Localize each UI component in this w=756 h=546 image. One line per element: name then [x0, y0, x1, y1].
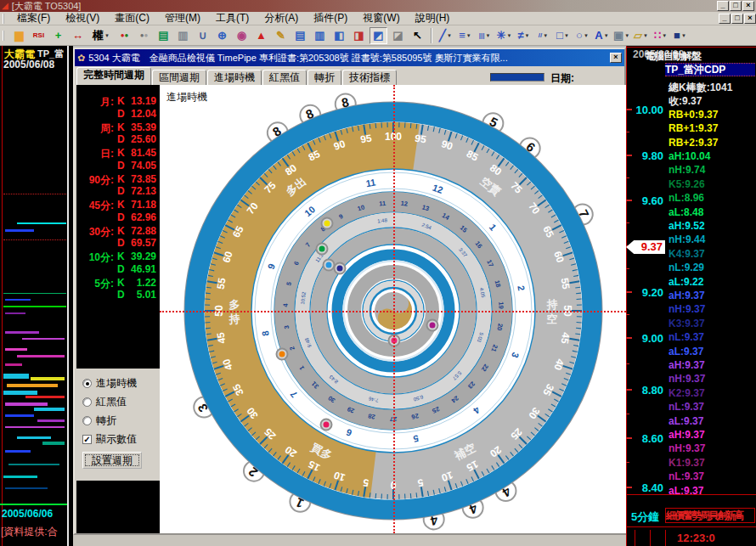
colors-tool[interactable]: ∷▼ — [652, 27, 669, 44]
radio-3[interactable] — [82, 416, 92, 425]
tab-2[interactable]: 區間週期 — [152, 70, 206, 85]
green-session-line — [0, 504, 67, 505]
child-restore-button[interactable]: □ — [731, 14, 743, 24]
kd-row: 45分:K71.18 — [76, 199, 160, 211]
child-close-button[interactable]: × — [610, 53, 622, 63]
kd-letter: K — [117, 173, 125, 185]
checkbox-row[interactable]: ✓顯示數值 — [82, 430, 160, 448]
set-period-button[interactable]: 設置週期 — [82, 452, 142, 469]
cursor-icon[interactable]: ↖ — [409, 27, 426, 44]
child-minimize-button[interactable]: _ — [719, 14, 731, 24]
app-restore-button[interactable]: □ — [730, 1, 742, 11]
rights-button[interactable]: 權▼ — [88, 27, 114, 44]
app-minimize-button[interactable]: _ — [717, 1, 729, 11]
divider-line — [626, 494, 756, 495]
application-window: ◢ [大霸電 TO5304] _□× 檔案(F)檢視(V)畫面(C)管理(M)工… — [0, 0, 756, 546]
axis-tick — [626, 389, 632, 391]
save-tool[interactable]: ■▼ — [671, 27, 689, 44]
svg-text:11: 11 — [379, 200, 386, 208]
kd-value: 62.96 — [131, 211, 156, 223]
pan-icon[interactable]: + — [49, 27, 67, 44]
toolbar: ▆RSI+↔權▼●●●●▤▥∪⊕◉▲✎▤▥◧◨◩◪↖ ╱▼≡▼|||▼✳▼≠▼/… — [0, 25, 756, 46]
tab-1[interactable]: 完整時間週期 — [76, 67, 151, 85]
tab-5[interactable]: 轉折 — [307, 70, 341, 85]
kd-row: 周:K35.39 — [76, 121, 160, 133]
kd-row: D72.13 — [76, 185, 160, 197]
report-icon[interactable]: ▤ — [155, 27, 172, 44]
axis-minor-tick — [626, 222, 629, 223]
cdp-row: 收:9.37 — [669, 94, 702, 109]
line-tool[interactable]: ╱▼ — [437, 27, 454, 44]
child-title-bar[interactable]: ✿ 5304 大霸電 金融商品檢視儀 TimePipe 專利證書:第205308… — [75, 49, 624, 66]
selected-strategy[interactable]: TP_當沖CDP — [665, 63, 755, 76]
child-close-button[interactable]: × — [744, 14, 756, 24]
menu-3[interactable]: 畫面(C) — [107, 11, 157, 25]
hscale-icon[interactable]: ↔ — [69, 27, 87, 44]
hsplit-icon[interactable]: ▤ — [291, 27, 309, 44]
data-provider-label: [資料提供:合 — [1, 525, 58, 539]
chartwin2-icon[interactable]: ◨ — [350, 27, 368, 44]
kd-value: 73.85 — [131, 173, 156, 185]
svg-text:12: 12 — [400, 200, 408, 208]
vsplit-icon[interactable]: ▥ — [311, 27, 329, 44]
chartwin3-icon[interactable]: ◩ — [370, 27, 387, 44]
strip-scroll-line[interactable] — [67, 46, 69, 546]
kd-row: 30分:K72.88 — [76, 225, 160, 237]
vlines-tool[interactable]: |||▼ — [476, 27, 494, 44]
kd-value: 72.13 — [131, 185, 156, 197]
kd-value: 74.05 — [131, 160, 156, 172]
search-icon[interactable]: ⊕ — [213, 27, 231, 44]
bottom-strip — [73, 535, 626, 546]
copy-tool[interactable]: ▣▼ — [612, 27, 630, 44]
axis-tick — [626, 109, 632, 110]
dial-mode-label: 進場時機 — [166, 90, 207, 104]
palette-icon[interactable]: ◉ — [233, 27, 251, 44]
menu-2[interactable]: 檢視(V) — [58, 11, 107, 25]
menu-7[interactable]: 插件(P) — [306, 11, 355, 25]
quote-strip-panel: 大霸電 TP_當 2005/06/08 2005/06/06 [資料提供:合 — [0, 46, 73, 546]
menu-8[interactable]: 視窗(W) — [355, 11, 407, 25]
kd-row: 10分:K39.29 — [76, 250, 160, 262]
book-icon[interactable]: ∪ — [194, 27, 212, 44]
menu-9[interactable]: 說明(H) — [408, 11, 458, 25]
menu-6[interactable]: 分析(A) — [257, 11, 306, 25]
radio-2[interactable] — [82, 397, 92, 407]
tab-4[interactable]: 紅黑值 — [262, 70, 307, 85]
channel-tool[interactable]: ≠▼ — [515, 27, 533, 44]
tab-6[interactable]: 技術指標 — [342, 70, 397, 85]
lights-icon[interactable]: ●● — [116, 27, 133, 44]
hlines-tool[interactable]: ≡▼ — [456, 27, 474, 44]
radio-row-3[interactable]: 轉折 — [82, 411, 160, 430]
rect-tool[interactable]: □▼ — [554, 27, 572, 44]
menu-5[interactable]: 工具(T) — [208, 11, 257, 25]
parallel-tool[interactable]: //▼ — [534, 27, 552, 44]
text-tool[interactable]: A▼ — [593, 27, 611, 44]
tab-3[interactable]: 進場時機 — [207, 70, 262, 85]
books-icon[interactable]: ▥ — [174, 27, 192, 44]
kd-letter: D — [117, 237, 125, 249]
app-close-button[interactable]: × — [742, 1, 754, 11]
status-sep1 — [635, 530, 635, 546]
show-values-checkbox[interactable]: ✓ — [82, 435, 92, 444]
radio-row-1[interactable]: 進場時機 — [82, 374, 160, 392]
fan-tool[interactable]: ✳▼ — [495, 27, 513, 44]
open-icon[interactable]: ▆ — [10, 27, 28, 44]
radio-1[interactable] — [82, 379, 92, 388]
ellipse-tool[interactable]: ○▼ — [573, 27, 591, 44]
brush-icon[interactable]: ✎ — [272, 27, 290, 44]
cdp-row: aH:9.37 — [669, 359, 705, 371]
kd-letter: D — [117, 263, 125, 275]
cdp-row: K4:9.37 — [669, 248, 705, 260]
chartwin1-icon[interactable]: ◧ — [330, 27, 348, 44]
menu-4[interactable]: 管理(M) — [157, 11, 208, 25]
radio-row-2[interactable]: 紅黑值 — [82, 392, 160, 411]
eraser-tool[interactable]: ▱▼ — [632, 27, 650, 44]
chartwin4-icon[interactable]: ◪ — [389, 27, 407, 44]
pair-icon[interactable]: ●● — [135, 27, 153, 44]
rsi-icon[interactable]: RSI — [30, 27, 48, 44]
alarm-icon[interactable]: ▲ — [252, 27, 270, 44]
kd-value: 39.29 — [131, 250, 156, 262]
menu-1[interactable]: 檔案(F) — [9, 11, 58, 25]
timeframe-label[interactable]: 5分鐘 — [631, 509, 659, 525]
chart-segment — [5, 348, 27, 351]
